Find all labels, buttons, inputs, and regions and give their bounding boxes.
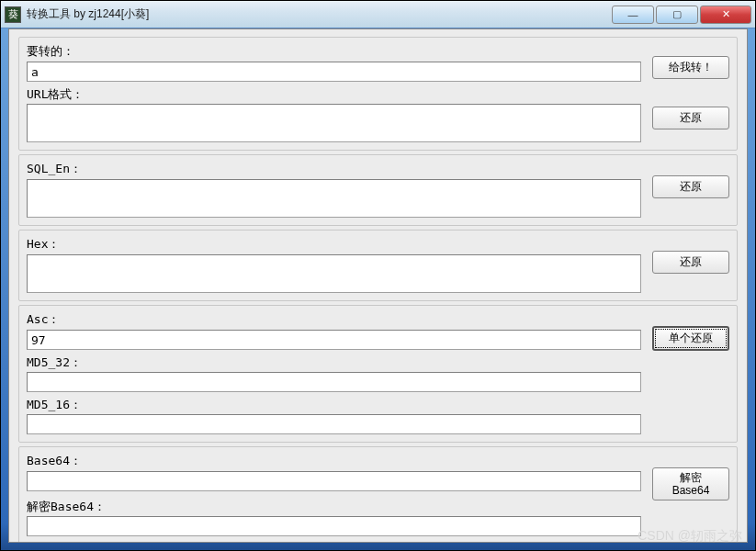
convert-button[interactable]: 给我转！ bbox=[652, 56, 729, 79]
label-input: 要转的： bbox=[27, 43, 641, 60]
window-title: 转换工具 by zj1244[小葵] bbox=[27, 6, 610, 22]
url-output[interactable] bbox=[27, 104, 641, 142]
group-sql: SQL_En： 还原 bbox=[18, 154, 738, 226]
label-hex: Hex： bbox=[27, 236, 641, 253]
restore-url-button[interactable]: 还原 bbox=[652, 107, 729, 129]
titlebar: 葵 转换工具 by zj1244[小葵] — ▢ ✕ bbox=[1, 1, 755, 28]
restore-sql-button[interactable]: 还原 bbox=[652, 175, 729, 198]
client-area: 要转的： URL格式： 给我转！ 还原 SQL_En： 还原 Hex： 还原 A bbox=[8, 28, 748, 543]
md5-16-output[interactable] bbox=[27, 414, 641, 434]
sql-output[interactable] bbox=[27, 179, 641, 218]
group-input: 要转的： URL格式： 给我转！ 还原 bbox=[18, 37, 738, 151]
restore-hex-button[interactable]: 还原 bbox=[652, 251, 729, 274]
base64-output[interactable] bbox=[27, 471, 641, 491]
hex-output[interactable] bbox=[27, 254, 641, 293]
group-hex: Hex： 还原 bbox=[18, 230, 738, 301]
label-md5-16: MD5_16： bbox=[27, 397, 641, 413]
decrypt-base64-button[interactable]: 解密 Base64 bbox=[652, 467, 729, 500]
group-asc-md5: Asc： MD5_32： MD5_16： 单个还原 bbox=[18, 305, 738, 443]
restore-asc-button[interactable]: 单个还原 bbox=[652, 326, 729, 351]
input-text[interactable] bbox=[27, 62, 641, 82]
asc-output[interactable] bbox=[27, 330, 641, 350]
label-base64: Base64： bbox=[27, 453, 641, 469]
decrypt-base64-output[interactable] bbox=[27, 516, 641, 536]
app-icon: 葵 bbox=[5, 6, 21, 23]
label-url: URL格式： bbox=[27, 86, 641, 103]
maximize-button[interactable]: ▢ bbox=[656, 6, 698, 24]
window-controls: — ▢ ✕ bbox=[610, 6, 751, 24]
group-base64: Base64： 解密Base64： 解密 Base64 bbox=[18, 446, 738, 543]
label-md5-32: MD5_32： bbox=[27, 354, 641, 371]
close-button[interactable]: ✕ bbox=[700, 6, 751, 24]
md5-32-output[interactable] bbox=[27, 372, 641, 392]
label-sql: SQL_En： bbox=[27, 161, 641, 177]
minimize-button[interactable]: — bbox=[612, 6, 654, 24]
label-decrypt-base64: 解密Base64： bbox=[27, 499, 641, 515]
label-asc: Asc： bbox=[27, 311, 641, 328]
